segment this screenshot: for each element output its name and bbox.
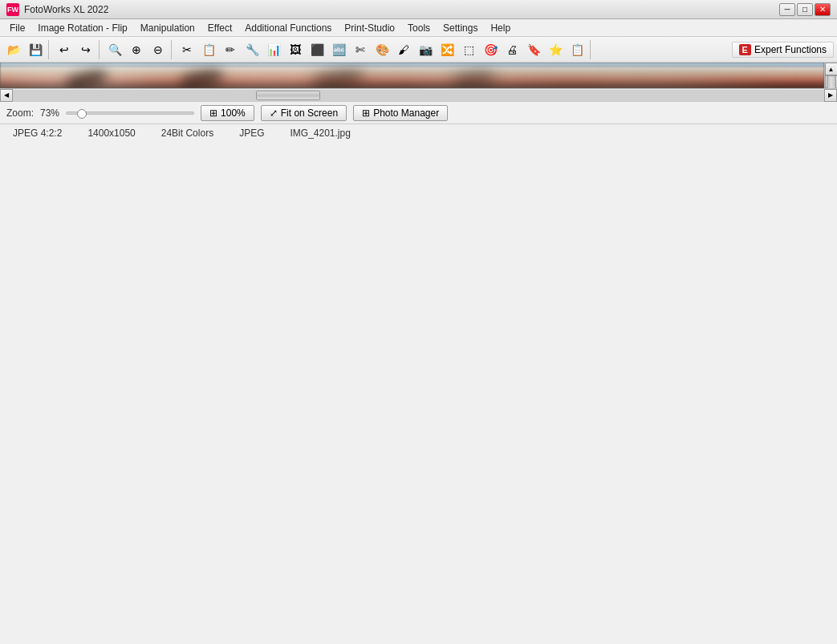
tb-crop-button[interactable]: ✂ [177, 39, 197, 60]
tb-histogram-button[interactable]: 📊 [263, 39, 284, 60]
status-filename: IMG_4201.jpg [290, 128, 350, 139]
window-controls: ─ □ ✕ [779, 3, 831, 16]
horizontal-scrollbar[interactable]: ◀ ▶ [0, 88, 837, 101]
zoom-bar: Zoom: 73% ⊞ 100% ⤢ Fit on Screen ⊞ Photo… [0, 101, 837, 124]
scroll-track-horizontal[interactable] [13, 90, 824, 101]
zoom-100-label: 100% [221, 107, 246, 119]
scroll-left-button[interactable]: ◀ [0, 89, 13, 102]
status-compression: JPEG [239, 128, 264, 139]
zoom-100-icon: ⊞ [209, 107, 217, 119]
tb-zoom-button[interactable]: 🔍 [104, 39, 125, 60]
status-bar: JPEG 4:2:2 1400x1050 24Bit Colors JPEG I… [0, 124, 837, 141]
menu-additional-functions[interactable]: Additional Functions [238, 19, 338, 37]
toolbar-separator-end [590, 40, 593, 59]
tb-paste-button[interactable]: 📋 [198, 39, 219, 60]
menu-settings[interactable]: Settings [437, 19, 484, 37]
window-title: FotoWorks XL 2022 [24, 4, 779, 15]
menu-file[interactable]: File [3, 19, 31, 37]
tb-scissors-button[interactable]: ✄ [350, 39, 371, 60]
canvas-wrapper: ▲ ▼ ◀ ▶ [0, 63, 837, 101]
tb-star-button[interactable]: ⭐ [545, 39, 566, 60]
app-icon: FW [6, 3, 19, 16]
status-dimensions: 1400x1050 [87, 128, 135, 139]
scroll-up-button[interactable]: ▲ [825, 63, 838, 75]
zoom-label: Zoom: [6, 107, 34, 119]
tb-target-button[interactable]: 🎯 [480, 39, 501, 60]
photo-manager-icon: ⊞ [362, 107, 370, 119]
zoom-slider-thumb[interactable] [77, 109, 87, 119]
zoom-percent: 73% [40, 107, 59, 119]
fit-label: Fit on Screen [281, 107, 338, 119]
tb-zoomin-button[interactable]: ⊕ [126, 39, 147, 60]
fit-on-screen-button[interactable]: ⤢ Fit on Screen [261, 105, 347, 121]
fit-icon: ⤢ [270, 107, 278, 119]
tb-draw-button[interactable]: ✏ [220, 39, 241, 60]
photo-manager-label: Photo Manager [373, 107, 439, 119]
status-color-depth: 24Bit Colors [161, 128, 213, 139]
tb-adjust-button[interactable]: 🔧 [242, 39, 262, 60]
tb-color-button[interactable]: 🎨 [372, 39, 392, 60]
tb-open-button[interactable]: 📂 [3, 39, 24, 60]
toolbar: 📂 💾 ↩ ↪ 🔍 ⊕ ⊖ ✂ 📋 ✏ 🔧 📊 🖼 ⬛ 🔤 ✄ 🎨 🖌 📷 🔀 … [0, 37, 837, 63]
tb-shape-button[interactable]: ⬚ [458, 39, 479, 60]
menu-bar: File Image Rotation - Flip Manipulation … [0, 19, 837, 37]
vertical-scrollbar[interactable]: ▲ ▼ [824, 63, 837, 88]
image-canvas[interactable] [0, 63, 824, 88]
tb-print-button[interactable]: 🖨 [502, 39, 522, 60]
status-format: JPEG 4:2:2 [13, 128, 62, 139]
tb-zoomout-button[interactable]: ⊖ [148, 39, 169, 60]
zoom-100-button[interactable]: ⊞ 100% [201, 105, 254, 121]
frost-layer [0, 63, 824, 71]
menu-print-studio[interactable]: Print-Studio [338, 19, 401, 37]
menu-manipulation[interactable]: Manipulation [134, 19, 201, 37]
menu-image-rotation[interactable]: Image Rotation - Flip [31, 19, 133, 37]
scroll-thumb-horizontal[interactable] [256, 91, 320, 100]
expert-label: Expert Functions [754, 44, 827, 55]
zoom-slider[interactable] [66, 111, 194, 115]
maximize-button[interactable]: □ [797, 3, 813, 16]
tb-clipboard-button[interactable]: 📋 [567, 39, 587, 60]
image-display [0, 63, 824, 88]
tb-redo-button[interactable]: ↪ [75, 39, 96, 60]
tb-fill-button[interactable]: ⬛ [307, 39, 327, 60]
toolbar-separator-3 [171, 40, 174, 59]
photo-manager-button[interactable]: ⊞ Photo Manager [353, 105, 448, 121]
menu-effect[interactable]: Effect [201, 19, 238, 37]
tb-undo-button[interactable]: ↩ [54, 39, 75, 60]
tb-swap-button[interactable]: 🔀 [437, 39, 457, 60]
menu-help[interactable]: Help [484, 19, 517, 37]
tb-save-button[interactable]: 💾 [25, 39, 46, 60]
expert-functions-button[interactable]: E Expert Functions [732, 42, 834, 58]
tb-text-button[interactable]: 🔤 [328, 39, 349, 60]
toolbar-separator-1 [48, 40, 51, 59]
expert-icon: E [739, 44, 751, 55]
canvas-and-vscroll: ▲ ▼ [0, 63, 837, 88]
tb-bookmark-button[interactable]: 🔖 [523, 39, 544, 60]
toolbar-separator-2 [99, 40, 102, 59]
title-bar: FW FotoWorks XL 2022 ─ □ ✕ [0, 0, 837, 19]
scroll-right-button[interactable]: ▶ [824, 89, 837, 102]
tb-camera-button[interactable]: 📷 [415, 39, 436, 60]
close-button[interactable]: ✕ [815, 3, 831, 16]
minimize-button[interactable]: ─ [779, 3, 795, 16]
tb-brush-button[interactable]: 🖌 [393, 39, 414, 60]
scroll-thumb-vertical[interactable] [827, 75, 836, 88]
menu-tools[interactable]: Tools [401, 19, 437, 37]
tb-frame-button[interactable]: 🖼 [285, 39, 306, 60]
